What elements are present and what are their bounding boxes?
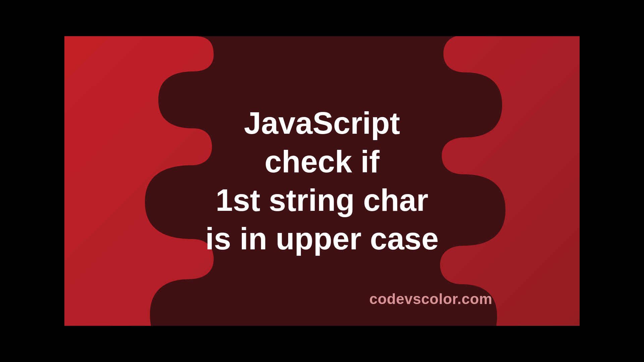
headline-line-2: check if [205,142,438,181]
headline-line-4: is in upper case [205,220,438,258]
watermark-text: codevscolor.com [369,291,492,307]
headline-line-1: JavaScript [205,104,438,142]
banner-card: JavaScript check if 1st string char is i… [64,36,580,326]
headline-line-3: 1st string char [205,181,438,220]
headline-text: JavaScript check if 1st string char is i… [205,104,438,258]
